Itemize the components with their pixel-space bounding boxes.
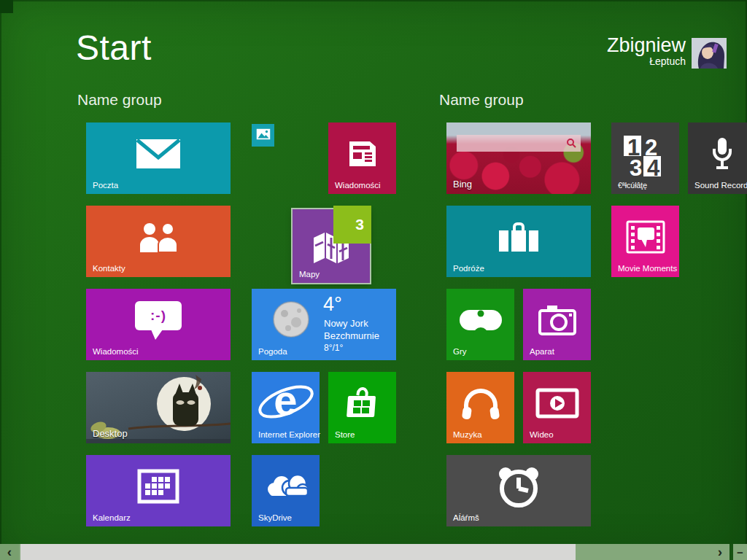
minus-icon: − <box>737 546 743 559</box>
tile-label: Store <box>335 430 355 439</box>
tile-label: Pogoda <box>258 347 287 356</box>
tile-store[interactable]: Store <box>328 372 396 443</box>
emoticon-text: :-) <box>150 308 166 324</box>
tile-messaging[interactable]: :-) Wiadomości <box>86 289 231 360</box>
ie-icon: e <box>255 379 317 424</box>
page-title: Start <box>76 28 152 68</box>
digit-3: 3 <box>630 155 642 182</box>
moon-icon <box>272 300 310 338</box>
weather-condition: Bezchmurnie <box>324 330 379 341</box>
camera-icon <box>537 304 578 336</box>
alarm-clock-icon <box>495 465 542 508</box>
tile-label: Mapy <box>299 270 320 279</box>
tile-video[interactable]: Wideo <box>523 372 591 443</box>
shopping-bag-icon <box>344 386 381 420</box>
tile-calculate[interactable]: 1 2 3 4 €ªłcúłâţę <box>611 122 679 194</box>
tile-label: Wideo <box>530 430 554 439</box>
badge-count: 3 <box>355 216 364 233</box>
headphones-icon <box>460 385 502 421</box>
people-icon <box>137 222 179 252</box>
chevron-left-icon: ‹ <box>7 545 12 559</box>
tile-camera[interactable]: Aparat <box>523 289 591 360</box>
photo-icon <box>256 128 270 139</box>
ie-letter: e <box>274 379 297 421</box>
tile-bing[interactable]: Bing <box>446 122 591 194</box>
tile-photos-small[interactable] <box>252 124 274 147</box>
tile-label: Internet Explorer <box>258 430 320 439</box>
video-play-icon <box>535 388 579 419</box>
tile-skydrive[interactable]: SkyDrive <box>252 455 320 526</box>
tile-label: Podróże <box>453 264 484 273</box>
calendar-icon <box>137 469 179 504</box>
news-icon <box>346 139 379 168</box>
user-first-name: Zbigniew <box>607 35 686 55</box>
tile-label: Muzyka <box>453 430 482 439</box>
tile-calendar[interactable]: Kalendarz <box>86 455 231 526</box>
bing-search-bar <box>457 135 581 152</box>
tile-alarms[interactable]: Aĺáŕmš <box>446 455 591 526</box>
chevron-right-icon: › <box>718 545 722 559</box>
tile-news[interactable]: Wiadomości <box>328 122 396 194</box>
scroll-right-button[interactable]: › <box>711 544 729 560</box>
weather-high-low: 8°/1° <box>324 343 343 353</box>
tile-label: Kontakty <box>93 264 125 273</box>
group-header-left[interactable]: Name group <box>77 91 162 109</box>
tile-label: Bing <box>453 179 472 190</box>
tile-sound-recorder[interactable]: Sound Recorder <box>688 122 747 194</box>
tile-maps[interactable]: 3 Mapy <box>293 209 370 283</box>
user-last-name: Łeptuch <box>607 55 686 67</box>
user-tile[interactable]: Zbigniew Łeptuch <box>607 35 686 67</box>
mail-icon <box>136 139 181 169</box>
search-icon <box>566 138 577 149</box>
microphone-icon <box>710 136 735 171</box>
tile-label: Sound Recorder <box>694 181 747 190</box>
tile-mail[interactable]: Poczta <box>86 122 231 194</box>
scroll-left-button[interactable]: ‹ <box>0 544 19 560</box>
tile-label: Wiadomości <box>93 347 139 356</box>
speech-bubble-icon: :-) <box>135 301 182 330</box>
digit-4: 4 <box>647 155 659 182</box>
film-bubble-icon <box>626 220 665 254</box>
start-screen: { "page": { "background_color": "#1b6414… <box>0 0 747 560</box>
tile-travel[interactable]: Podróże <box>446 206 591 277</box>
tile-label: Gry <box>453 347 467 356</box>
tile-movie-moments[interactable]: Movie Moments <box>611 206 679 277</box>
clouds-icon <box>263 471 309 502</box>
tile-label: SkyDrive <box>258 513 292 522</box>
tile-label: Desktop <box>93 428 128 439</box>
avatar-image <box>692 38 727 69</box>
tile-label: €ªłcúłâţę <box>618 181 647 190</box>
suitcase-icon <box>498 221 540 253</box>
weather-temperature: 4° <box>323 293 342 316</box>
avatar[interactable] <box>692 38 727 69</box>
tile-music[interactable]: Muzyka <box>446 372 514 443</box>
tile-badge: 3 <box>333 206 371 244</box>
semantic-zoom-out-button[interactable]: − <box>733 544 747 560</box>
tile-label: Movie Moments <box>618 264 677 273</box>
xbox-controller-icon <box>458 304 503 336</box>
tile-label: Poczta <box>93 181 118 190</box>
tile-desktop[interactable]: Desktop <box>86 372 231 443</box>
scrollbar-thumb[interactable] <box>20 544 576 560</box>
group-header-right[interactable]: Name group <box>439 91 524 109</box>
tile-label: Aĺáŕmš <box>453 513 479 522</box>
tile-label: Wiadomości <box>335 181 381 190</box>
horizontal-scrollbar: ‹ › − <box>0 544 747 560</box>
weather-city: Nowy Jork <box>324 318 368 329</box>
corner-artifact <box>0 0 13 13</box>
tile-games[interactable]: Gry <box>446 289 514 360</box>
tile-label: Aparat <box>530 347 554 356</box>
tile-internet-explorer[interactable]: e Internet Explorer <box>252 372 320 443</box>
tile-label: Kalendarz <box>93 513 131 522</box>
tile-people[interactable]: Kontakty <box>86 206 231 277</box>
tile-weather[interactable]: 4° Nowy Jork Bezchmurnie 8°/1° Pogoda <box>252 289 396 360</box>
